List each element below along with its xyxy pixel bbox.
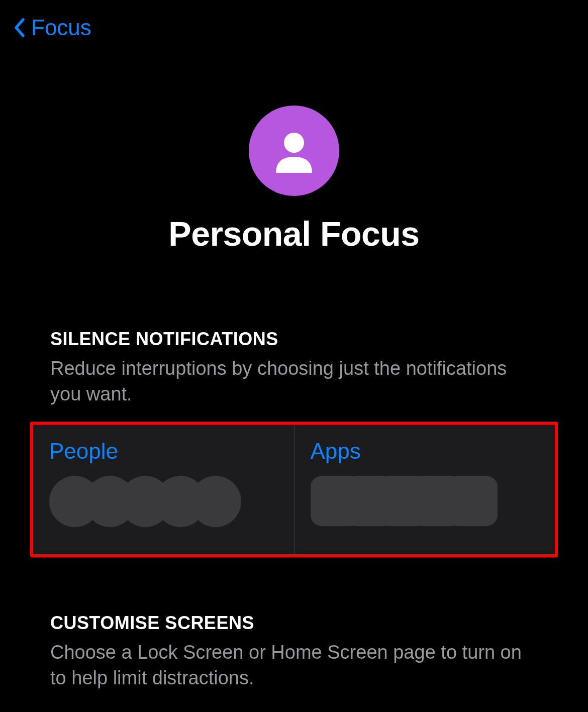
customise-screens-section: CUSTOMISE SCREENS Choose a Lock Screen o… xyxy=(0,613,588,691)
customise-section-description: Choose a Lock Screen or Home Screen page… xyxy=(50,640,538,691)
app-placeholder-icon xyxy=(447,476,498,526)
person-placeholder-icon xyxy=(190,476,241,527)
back-button-label[interactable]: Focus xyxy=(31,15,91,40)
silence-cards-highlighted: People Apps xyxy=(30,422,558,557)
silence-section-description: Reduce interruptions by choosing just th… xyxy=(50,356,538,408)
people-card-label: People xyxy=(49,439,278,464)
customise-section-heading: CUSTOMISE SCREENS xyxy=(50,613,538,634)
silence-section-heading: SILENCE NOTIFICATIONS xyxy=(50,329,538,350)
back-chevron-icon[interactable] xyxy=(12,17,26,39)
page-title: Personal Focus xyxy=(168,214,419,253)
focus-avatar-icon xyxy=(249,106,339,196)
people-card[interactable]: People xyxy=(33,425,295,554)
apps-placeholders xyxy=(311,476,539,526)
apps-card[interactable]: Apps xyxy=(295,425,555,554)
navigation-bar: Focus xyxy=(0,0,588,55)
header-section: Personal Focus xyxy=(0,106,588,253)
apps-card-label: Apps xyxy=(311,439,539,464)
people-placeholders xyxy=(49,476,278,527)
silence-notifications-section: SILENCE NOTIFICATIONS Reduce interruptio… xyxy=(0,329,588,408)
svg-point-0 xyxy=(284,133,304,153)
